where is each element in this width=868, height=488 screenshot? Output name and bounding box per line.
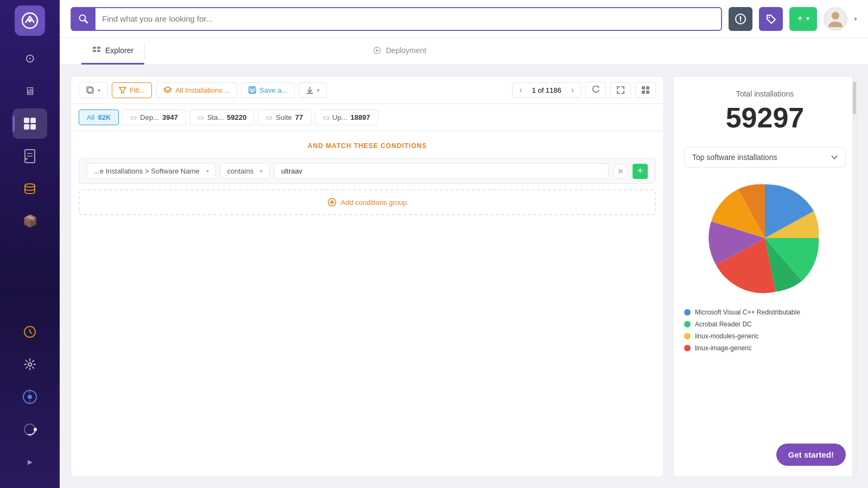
filter-tab-dep-count: 3947 [162,113,178,121]
download-btn[interactable]: ▾ [299,82,327,98]
add-group-btn[interactable]: Add conditions group [79,189,656,215]
copy-dropdown-btn[interactable]: ▾ [79,82,107,98]
svg-rect-39 [250,91,254,93]
avatar-icon [827,10,844,28]
next-page-btn[interactable]: › [569,85,576,95]
filter-tab-sta-count: 59220 [227,113,246,121]
stat-label: Total installations [684,89,846,98]
legend-dot-1 [684,309,691,316]
explorer-icon [92,46,101,55]
dropdown-label: Top software installations [692,153,777,162]
legend-item-3: linux-modules-generic [684,332,846,340]
filter-tab-all[interactable]: All 82K [79,110,119,125]
condition-remove-btn[interactable]: ✕ [613,164,628,179]
main-area: + ▾ ▾ Explorer Depl [60,0,868,488]
svg-rect-31 [97,47,100,49]
filter-tabs-row: All 82K ▭ Dep... 3947 ▭ Sta... 59220 ▭ S… [71,104,663,131]
add-button[interactable]: + ▾ [789,7,817,31]
save-label: Save a... [259,86,287,94]
deploy-icon [373,46,381,55]
filter-tab-all-count: 82K [98,113,111,121]
legend-dot-3 [684,333,691,339]
legend-label-1: Microsoft Visual C++ Redistributable [695,309,800,316]
svg-rect-30 [93,47,96,49]
download-chevron: ▾ [317,87,320,93]
nav-tabs: Explorer Deployment [60,38,868,65]
condition-value-input[interactable] [274,163,609,179]
download-icon [306,86,314,94]
condition-field-select[interactable]: ...e Installations > Software Name ▾ [87,163,216,179]
tag-button[interactable] [759,7,783,31]
svg-point-29 [832,12,839,20]
layers-label: All Installations ... [175,86,230,94]
tab-deployment-label: Deployment [386,46,426,55]
grid-view-btn[interactable] [635,82,656,98]
right-panel: Total installations 59297 Top software i… [673,76,857,477]
database-icon [23,182,36,195]
svg-point-14 [28,363,31,366]
svg-point-1 [28,19,31,22]
condition-operator-select[interactable]: contains ▾ [220,163,270,179]
legend-label-3: linux-modules-generic [695,332,758,340]
condition-operator-label: contains [227,167,253,175]
svg-rect-38 [250,87,254,89]
suite-icon: ▭ [266,113,272,121]
legend-item-1: Microsoft Visual C++ Redistributable [684,309,846,316]
filter-tab-sta[interactable]: ▭ Sta... 59220 [189,110,255,125]
filter-tab-dep-label: Dep... [140,113,159,121]
svg-rect-3 [30,118,36,123]
sidebar-logo[interactable] [15,5,45,36]
expand-icon [616,86,625,94]
filter-tab-suite[interactable]: ▭ Suite 77 [258,110,311,125]
save-btn[interactable]: Save a... [241,82,294,98]
tab-deployment[interactable]: Deployment [362,38,437,65]
svg-rect-4 [24,124,29,130]
sidebar-item-inventory[interactable]: 🖥 [12,76,47,106]
sidebar-item-database[interactable] [12,174,47,204]
filter-tab-dep[interactable]: ▭ Dep... 3947 [122,110,186,125]
filter-tab-all-label: All [87,113,94,121]
sidebar-item-network[interactable] [12,382,47,412]
condition-add-btn[interactable]: + [633,164,648,179]
legend-label-4: linux-image-generic [695,344,752,352]
top-software-dropdown[interactable]: Top software installations [684,147,846,168]
filter-toolbar: ▾ Filt... All Installations ... [71,76,663,104]
search-button[interactable] [72,7,95,31]
pagination: ‹ 1 of 1186 › [512,82,581,98]
layers-btn[interactable]: All Installations ... [156,82,237,98]
refresh-btn[interactable] [585,82,606,98]
tab-explorer[interactable]: Explorer [81,38,144,65]
sidebar-item-settings[interactable] [12,349,47,380]
legend-dot-4 [684,345,691,351]
sidebar-item-software[interactable] [12,108,47,139]
search-icon [79,14,88,24]
svg-line-13 [30,332,32,333]
filter-tab-suite-label: Suite [276,113,292,121]
sidebar-expand[interactable]: ▶ [12,447,47,477]
reports-icon [24,149,36,163]
filter-label: Filt... [130,86,145,94]
sidebar-item-reports[interactable] [12,141,47,171]
sidebar-item-dashboard[interactable]: ⊙ [12,43,47,74]
filter-tab-up-count: 18897 [350,113,370,121]
alert-button[interactable] [729,7,752,31]
search-input[interactable] [102,14,712,23]
right-panel-content: Total installations 59297 Top software i… [673,76,857,477]
filter-btn[interactable]: Filt... [112,82,152,98]
condition-field-label: ...e Installations > Software Name [94,167,200,175]
prev-page-btn[interactable]: ‹ [517,85,524,95]
sidebar: ⊙ 🖥 📦 [0,0,60,488]
add-chevron: ▾ [806,15,809,22]
user-avatar[interactable] [824,7,847,31]
sidebar-item-clock[interactable] [12,317,47,347]
legend-dot-2 [684,321,691,328]
user-chevron[interactable]: ▾ [854,15,857,23]
sidebar-item-packages[interactable]: 📦 [12,206,47,236]
filter-tab-up[interactable]: ▭ Up... 18897 [315,110,379,125]
stat-number: 59297 [684,101,846,134]
expand-btn[interactable] [610,82,631,98]
network-icon [22,389,37,404]
svg-point-21 [34,428,37,431]
conditions-header: AND MATCH THESE CONDITIONS [79,142,656,150]
get-started-btn[interactable]: Get started! [776,444,846,466]
